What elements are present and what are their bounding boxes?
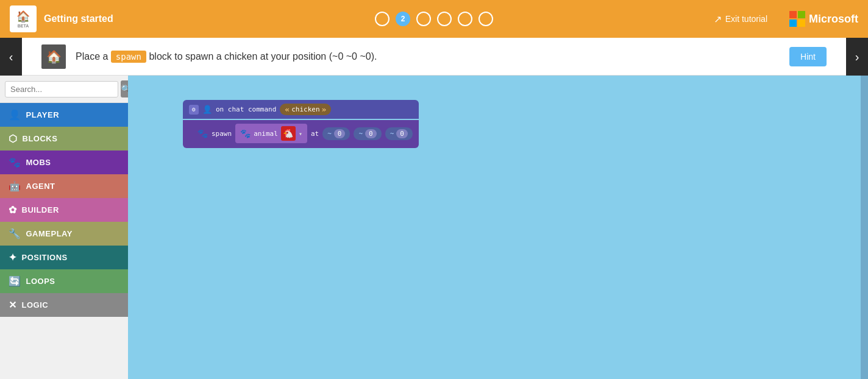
sidebar-label-positions: POSITIONS [22, 253, 68, 262]
paw-icon: 🐾 [197, 129, 208, 138]
spawn-keyword: spawn [111, 51, 146, 63]
coord-y-value: 0 [365, 129, 377, 138]
dropdown-arrow-icon: ▾ [299, 130, 302, 137]
chicken-string-block[interactable]: « chicken » [280, 104, 331, 115]
prev-button[interactable]: ‹ [0, 38, 22, 76]
sidebar-item-loops[interactable]: 🔄 LOOPS [0, 269, 128, 293]
mobs-icon: 🐾 [9, 157, 21, 168]
sidebar-item-agent[interactable]: 🤖 AGENT [0, 174, 128, 198]
tilde-z: ~ [390, 130, 394, 138]
chicken-label: chicken [291, 105, 319, 113]
spawn-label: spawn [212, 130, 232, 138]
blocks-icon: ⬡ [9, 133, 18, 144]
sidebar-label-blocks: BLOCKS [23, 134, 58, 143]
prev-icon: ‹ [9, 50, 13, 64]
sidebar-item-logic[interactable]: ✕ LOGIC [0, 293, 128, 317]
sidebar-item-gameplay[interactable]: 🔧 GAMEPLAY [0, 222, 128, 246]
sidebar-label-gameplay: GAMEPLAY [26, 229, 73, 238]
microsoft-logo [789, 11, 805, 27]
gameplay-icon: 🔧 [9, 228, 21, 239]
text-after: block to spawn a chicken at your positio… [149, 51, 377, 62]
sidebar-item-blocks[interactable]: ⬡ BLOCKS [0, 127, 128, 151]
next-icon: › [855, 50, 859, 64]
step-6[interactable] [478, 12, 493, 26]
step-2[interactable]: 2 [396, 12, 410, 26]
sidebar-label-logic: LOGIC [22, 300, 49, 310]
instruction-text: Place a spawn block to spawn a chicken a… [76, 51, 789, 62]
beta-logo: 🏠 BETA [10, 5, 37, 32]
chicken-sprite: 🐔 [281, 126, 296, 141]
agent-icon: 🤖 [9, 180, 21, 192]
step-1[interactable] [375, 12, 390, 26]
search-box: 🔍 [0, 76, 128, 103]
instruction-bar: ‹ 🏠 Place a spawn block to spawn a chick… [0, 38, 868, 76]
coord-x-block[interactable]: ~ 0 [322, 127, 350, 140]
progress-dots: 2 [375, 12, 493, 26]
at-label: at [311, 130, 319, 138]
tilde-x: ~ [327, 130, 332, 138]
coord-z-value: 0 [396, 129, 408, 138]
sidebar-label-mobs: MOBS [26, 158, 51, 167]
coord-x-value: 0 [334, 129, 346, 138]
loops-icon: 🔄 [9, 275, 21, 287]
open-quote: « [285, 105, 290, 114]
top-nav: 🏠 BETA Getting started 2 ↗ Exit tutorial… [0, 0, 868, 38]
sidebar-item-builder[interactable]: ✿ BUILDER [0, 198, 128, 222]
spawn-block[interactable]: 🐾 spawn 🐾 animal 🐔 ▾ at ~ 0 ~ 0 [183, 120, 419, 148]
block-group: ⚙ 👤 on chat command « chicken » 🐾 spawn … [183, 100, 419, 148]
sidebar-label-player: PLAYER [26, 110, 60, 119]
exit-tutorial-button[interactable]: ↗ Exit tutorial [714, 13, 767, 25]
house-icon: 🏠 [16, 10, 30, 23]
sidebar: 🔍 👤 PLAYER ⬡ BLOCKS 🐾 MOBS 🤖 AGENT ✿ BUI… [0, 76, 128, 379]
microsoft-text: Microsoft [809, 13, 858, 26]
step-3[interactable] [416, 12, 431, 26]
step-4[interactable] [437, 12, 452, 26]
player-icon: 👤 [9, 109, 21, 121]
logic-icon: ✕ [9, 299, 17, 311]
text-before: Place a [76, 51, 108, 62]
next-button[interactable]: › [846, 38, 868, 76]
builder-icon: ✿ [9, 204, 17, 216]
search-input[interactable] [5, 81, 118, 97]
coord-y-block[interactable]: ~ 0 [354, 127, 381, 140]
on-chat-command-block[interactable]: ⚙ 👤 on chat command « chicken » [183, 100, 419, 119]
animal-pill[interactable]: 🐾 animal 🐔 ▾ [235, 124, 307, 143]
sidebar-item-player[interactable]: 👤 PLAYER [0, 103, 128, 127]
person-icon: 👤 [202, 105, 212, 114]
sidebar-label-builder: BUILDER [22, 205, 59, 214]
exit-icon: ↗ [714, 13, 722, 25]
tilde-y: ~ [358, 130, 363, 138]
workspace-scrollbar[interactable] [861, 76, 868, 379]
settings-icon: ⚙ [189, 105, 199, 115]
hint-button[interactable]: Hint [789, 47, 827, 66]
nav-title: Getting started [44, 13, 113, 24]
animal-label: animal [254, 130, 278, 138]
main-content: 🔍 👤 PLAYER ⬡ BLOCKS 🐾 MOBS 🤖 AGENT ✿ BUI… [0, 76, 868, 379]
sidebar-label-agent: AGENT [26, 182, 55, 191]
sidebar-label-loops: LOOPS [26, 277, 55, 286]
close-quote: » [322, 105, 327, 114]
step-5[interactable] [458, 12, 472, 26]
positions-icon: ✦ [9, 252, 17, 263]
workspace[interactable]: ⚙ 👤 on chat command « chicken » 🐾 spawn … [128, 76, 868, 379]
on-chat-label: on chat command [216, 105, 276, 113]
beta-label: BETA [18, 24, 29, 28]
sidebar-item-mobs[interactable]: 🐾 MOBS [0, 151, 128, 174]
npc-icon: 🏠 [41, 44, 66, 69]
paw-icon-2: 🐾 [240, 129, 251, 138]
sidebar-item-positions[interactable]: ✦ POSITIONS [0, 246, 128, 269]
coord-z-block[interactable]: ~ 0 [385, 127, 413, 140]
exit-label: Exit tutorial [725, 14, 767, 24]
microsoft-brand: Microsoft [789, 11, 858, 27]
